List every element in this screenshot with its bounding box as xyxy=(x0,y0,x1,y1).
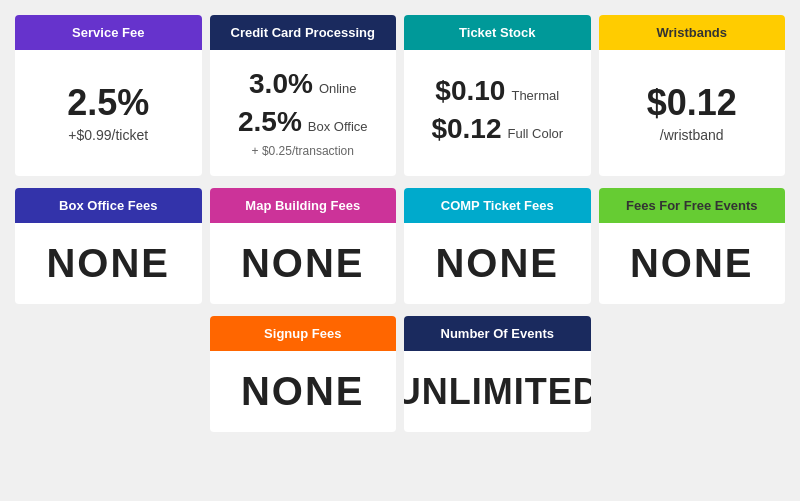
number-of-events-card: Number Of Events UNLIMITED xyxy=(404,316,591,432)
number-of-events-title: Number Of Events xyxy=(441,326,554,341)
rate-boxoffice-label: Box Office xyxy=(308,119,368,134)
signup-fees-value: NONE xyxy=(241,369,365,414)
ticket-stock-body: $0.10 Thermal $0.12 Full Color xyxy=(404,50,591,176)
number-of-events-value: UNLIMITED xyxy=(404,371,591,413)
wristbands-header: Wristbands xyxy=(599,15,786,50)
wristbands-card: Wristbands $0.12 /wristband xyxy=(599,15,786,176)
credit-card-card: Credit Card Processing 3.0% Online 2.5% … xyxy=(210,15,397,176)
row-2: Box Office Fees NONE Map Building Fees N… xyxy=(15,188,785,304)
number-of-events-body: UNLIMITED xyxy=(404,351,591,432)
credit-card-header: Credit Card Processing xyxy=(210,15,397,50)
signup-fees-card: Signup Fees NONE xyxy=(210,316,397,432)
signup-fees-title: Signup Fees xyxy=(264,326,341,341)
rate-row-boxoffice: 2.5% Box Office xyxy=(238,106,368,138)
fees-free-events-header: Fees For Free Events xyxy=(599,188,786,223)
service-fee-sub: +$0.99/ticket xyxy=(68,127,148,143)
map-building-fees-title: Map Building Fees xyxy=(245,198,360,213)
fees-free-events-card: Fees For Free Events NONE xyxy=(599,188,786,304)
map-building-fees-header: Map Building Fees xyxy=(210,188,397,223)
pricing-grid: Service Fee 2.5% +$0.99/ticket Credit Ca… xyxy=(15,15,785,432)
service-fee-header: Service Fee xyxy=(15,15,202,50)
box-office-fees-card: Box Office Fees NONE xyxy=(15,188,202,304)
comp-ticket-fees-value: NONE xyxy=(435,241,559,286)
spacer-right xyxy=(599,316,786,432)
service-fee-body: 2.5% +$0.99/ticket xyxy=(15,50,202,176)
service-fee-card: Service Fee 2.5% +$0.99/ticket xyxy=(15,15,202,176)
credit-card-title: Credit Card Processing xyxy=(231,25,376,40)
rate-row-online: 3.0% Online xyxy=(249,68,356,100)
map-building-fees-value: NONE xyxy=(241,241,365,286)
row-1: Service Fee 2.5% +$0.99/ticket Credit Ca… xyxy=(15,15,785,176)
wristbands-value: $0.12 xyxy=(647,83,737,123)
box-office-fees-value: NONE xyxy=(46,241,170,286)
fees-free-events-value: NONE xyxy=(630,241,754,286)
signup-fees-body: NONE xyxy=(210,351,397,432)
ticket-stock-header: Ticket Stock xyxy=(404,15,591,50)
map-building-fees-card: Map Building Fees NONE xyxy=(210,188,397,304)
rate-boxoffice-sub: + $0.25/transaction xyxy=(252,144,354,158)
ticket-thermal-label: Thermal xyxy=(511,88,559,103)
rate-online-label: Online xyxy=(319,81,357,96)
spacer-left xyxy=(15,316,202,432)
signup-fees-header: Signup Fees xyxy=(210,316,397,351)
map-building-fees-body: NONE xyxy=(210,223,397,304)
service-fee-value: 2.5% xyxy=(67,83,149,123)
box-office-fees-header: Box Office Fees xyxy=(15,188,202,223)
rate-online-value: 3.0% xyxy=(249,68,313,100)
wristbands-sub: /wristband xyxy=(660,127,724,143)
ticket-fullcolor-value: $0.12 xyxy=(431,113,501,145)
wristbands-body: $0.12 /wristband xyxy=(599,50,786,176)
ticket-stock-card: Ticket Stock $0.10 Thermal $0.12 Full Co… xyxy=(404,15,591,176)
wristbands-title: Wristbands xyxy=(656,25,727,40)
row-3: Signup Fees NONE Number Of Events UNLIMI… xyxy=(15,316,785,432)
box-office-fees-body: NONE xyxy=(15,223,202,304)
ticket-fullcolor-label: Full Color xyxy=(507,126,563,141)
fees-free-events-body: NONE xyxy=(599,223,786,304)
ticket-stock-title: Ticket Stock xyxy=(459,25,535,40)
rate-boxoffice-value: 2.5% xyxy=(238,106,302,138)
service-fee-title: Service Fee xyxy=(72,25,144,40)
comp-ticket-fees-title: COMP Ticket Fees xyxy=(441,198,554,213)
ticket-fullcolor-row: $0.12 Full Color xyxy=(431,113,563,145)
fees-free-events-title: Fees For Free Events xyxy=(626,198,758,213)
ticket-thermal-value: $0.10 xyxy=(435,75,505,107)
ticket-thermal-row: $0.10 Thermal xyxy=(435,75,559,107)
comp-ticket-fees-card: COMP Ticket Fees NONE xyxy=(404,188,591,304)
comp-ticket-fees-header: COMP Ticket Fees xyxy=(404,188,591,223)
credit-card-body: 3.0% Online 2.5% Box Office + $0.25/tran… xyxy=(210,50,397,176)
number-of-events-header: Number Of Events xyxy=(404,316,591,351)
comp-ticket-fees-body: NONE xyxy=(404,223,591,304)
box-office-fees-title: Box Office Fees xyxy=(59,198,157,213)
